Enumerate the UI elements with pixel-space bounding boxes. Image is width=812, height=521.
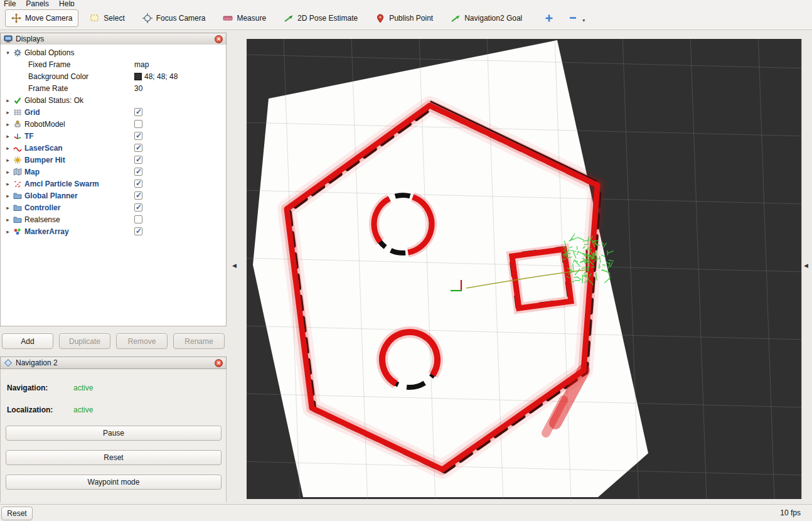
property-label: Fixed Frame (28, 60, 70, 69)
pose-estimate-icon (284, 13, 294, 23)
toolbar: Move Camera Select Focus Camera Measure … (0, 6, 812, 30)
display-row-amcl-particle-swarm[interactable]: ▸ Amcl Particle Swarm ✓ (1, 178, 226, 190)
folder-icon (13, 215, 22, 224)
remove-tool-button[interactable]: ▾ (564, 9, 589, 27)
left-splitter-collapse-handle[interactable]: ◀ (232, 262, 237, 269)
expander-icon[interactable]: ▸ (4, 157, 12, 163)
color-swatch (134, 73, 142, 80)
add-tool-button[interactable] (540, 9, 558, 27)
display-row-tf[interactable]: ▸ TF ✓ (1, 130, 226, 142)
remove-button[interactable]: Remove (116, 333, 168, 349)
close-icon[interactable]: ✕ (215, 359, 223, 367)
menu-file[interactable]: File (4, 0, 16, 6)
close-icon[interactable]: ✕ (215, 35, 223, 43)
tool-navigation2-goal[interactable]: Navigation2 Goal (444, 9, 528, 27)
expander-icon[interactable]: ▸ (4, 169, 12, 175)
particle-swarm-icon (13, 180, 22, 188)
bumper-hit-checkbox[interactable]: ✓ (134, 156, 142, 164)
viewport-canvas (247, 39, 801, 499)
expander-icon[interactable]: ▾ (4, 50, 12, 56)
amcl-checkbox[interactable]: ✓ (134, 180, 142, 188)
tf-axes-icon (13, 132, 22, 141)
laserscan-checkbox[interactable]: ✓ (134, 144, 142, 152)
expander-icon[interactable]: ▸ (4, 133, 12, 139)
tool-move-camera[interactable]: Move Camera (5, 9, 78, 27)
reset-button[interactable]: Reset (6, 450, 222, 465)
display-row-laserscan[interactable]: ▸ LaserScan ✓ (1, 142, 226, 154)
global-planner-checkbox[interactable]: ✓ (134, 191, 142, 200)
duplicate-button[interactable]: Duplicate (59, 333, 110, 349)
map-checkbox[interactable]: ✓ (134, 168, 142, 176)
navigation2-goal-icon (451, 13, 461, 23)
tool-publish-point[interactable]: Publish Point (369, 9, 439, 27)
navigation-status-value: active (73, 384, 93, 392)
expander-icon[interactable]: ▸ (4, 181, 12, 187)
expander-icon[interactable]: ▸ (4, 228, 12, 235)
expander-icon[interactable]: ▸ (4, 97, 12, 104)
display-row-map[interactable]: ▸ Map ✓ (1, 166, 226, 178)
expander-icon[interactable]: ▸ (4, 145, 12, 151)
display-row-bumper-hit[interactable]: ▸ Bumper Hit ✓ (1, 154, 226, 166)
displays-panel-header[interactable]: Displays ✕ (0, 33, 227, 45)
add-button[interactable]: Add (2, 333, 53, 349)
caret-down-icon[interactable]: ▾ (582, 18, 585, 23)
status-bar: Reset 10 fps (0, 504, 812, 521)
fixed-frame-value[interactable]: map (134, 58, 149, 70)
display-label: Global Options (24, 48, 74, 57)
property-row-frame-rate[interactable]: Frame Rate 30 (1, 82, 226, 94)
3d-viewport[interactable] (247, 39, 801, 499)
background-color-value[interactable]: 48; 48; 48 (134, 70, 178, 82)
nav2-panel-header[interactable]: Navigation 2 ✕ (0, 357, 227, 369)
rename-button[interactable]: Rename (173, 333, 225, 349)
property-row-background-color[interactable]: Background Color 48; 48; 48 (1, 70, 226, 82)
display-row-grid[interactable]: ▸ Grid ✓ (1, 106, 226, 118)
grid-checkbox[interactable]: ✓ (134, 108, 142, 116)
displays-tree: ▾ Global Options Fixed Frame map Backgro… (0, 45, 227, 326)
tool-label: 2D Pose Estimate (297, 14, 358, 23)
display-row-robotmodel[interactable]: ▸ RobotModel ✓ (1, 118, 226, 130)
tool-label: Publish Point (389, 14, 433, 23)
pause-button[interactable]: Pause (6, 426, 222, 441)
property-row-fixed-frame[interactable]: Fixed Frame map (1, 58, 226, 70)
localization-status-row: Localization: active (7, 406, 93, 414)
time-reset-button[interactable]: Reset (1, 507, 33, 520)
select-icon (90, 13, 100, 23)
controller-checkbox[interactable]: ✓ (134, 203, 142, 212)
expander-icon[interactable]: ▸ (4, 109, 12, 115)
expander-icon[interactable]: ▸ (4, 121, 12, 127)
display-label: Realsense (24, 215, 60, 224)
display-row-global-status[interactable]: ▸ Global Status: Ok (1, 94, 226, 106)
markerarray-checkbox[interactable]: ✓ (134, 227, 142, 235)
laserscan-icon (13, 144, 22, 153)
robotmodel-checkbox[interactable]: ✓ (134, 120, 142, 128)
right-splitter-collapse-handle[interactable]: ◀ (804, 262, 808, 269)
realsense-checkbox[interactable]: ✓ (134, 215, 142, 223)
folder-icon (13, 191, 22, 200)
display-row-realsense[interactable]: ▸ Realsense ✓ (1, 213, 226, 225)
folder-icon (13, 203, 22, 212)
display-label: Global Planner (24, 191, 78, 200)
menu-panels[interactable]: Panels (26, 0, 49, 6)
tool-2d-pose-estimate[interactable]: 2D Pose Estimate (277, 9, 364, 27)
display-row-global-options[interactable]: ▾ Global Options (1, 46, 226, 58)
displays-icon (4, 35, 13, 43)
waypoint-mode-button[interactable]: Waypoint mode (6, 475, 222, 490)
display-row-global-planner[interactable]: ▸ Global Planner ✓ (1, 190, 226, 201)
publish-point-icon (375, 13, 385, 23)
expander-icon[interactable]: ▸ (4, 217, 12, 223)
tool-measure[interactable]: Measure (216, 9, 272, 27)
tool-select[interactable]: Select (83, 9, 131, 27)
panel-title-text: Displays (16, 35, 44, 43)
tf-checkbox[interactable]: ✓ (134, 132, 142, 140)
plus-icon (544, 13, 554, 23)
frame-rate-value[interactable]: 30 (134, 82, 142, 94)
display-label: Grid (24, 108, 40, 117)
display-row-controller[interactable]: ▸ Controller ✓ (1, 201, 226, 213)
display-label: RobotModel (24, 120, 65, 129)
expander-icon[interactable]: ▸ (4, 193, 12, 199)
expander-icon[interactable]: ▸ (4, 205, 12, 211)
menu-help[interactable]: Help (59, 0, 75, 6)
right-panel-strip (801, 39, 812, 499)
tool-focus-camera[interactable]: Focus Camera (136, 9, 212, 27)
display-row-markerarray[interactable]: ▸ MarkerArray ✓ (1, 225, 226, 237)
